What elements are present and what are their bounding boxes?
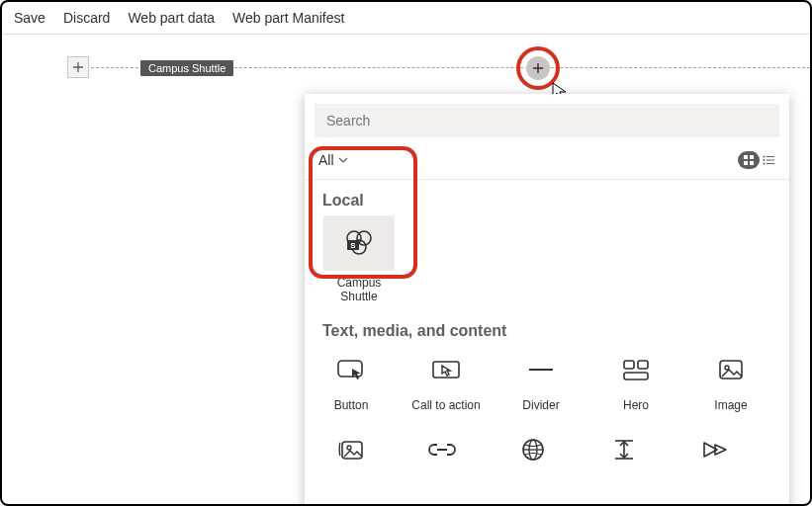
spacer-icon [611,437,637,463]
webpart-tile-spacer[interactable] [587,426,661,473]
webpart-picker-panel: All Local [305,94,789,506]
image-gallery-icon [336,437,366,463]
section-header-text-media: Text, media, and content [305,310,789,344]
plus-icon [532,62,544,74]
link-icon [427,440,457,460]
webpart-tile-embed[interactable] [496,426,570,473]
search-input[interactable] [324,112,769,129]
plus-icon [72,61,84,73]
view-toggle [738,151,777,169]
webpart-data-button[interactable]: Web part data [128,10,215,26]
image-icon [717,358,745,381]
svg-point-4 [764,156,766,158]
list-view-button[interactable] [760,151,777,169]
category-filter[interactable]: All [318,152,348,168]
globe-icon [520,437,546,463]
save-button[interactable]: Save [14,10,45,26]
list-icon [763,155,774,165]
svg-rect-19 [638,361,648,369]
svg-rect-9 [767,163,774,164]
tile-label: Divider [522,399,559,413]
discard-button[interactable]: Discard [63,10,110,26]
svg-rect-18 [624,361,634,369]
webpart-tile-stream[interactable] [678,426,752,473]
svg-rect-3 [750,161,754,165]
webpart-tile-image[interactable]: Image [694,346,767,413]
search-container [315,104,779,137]
svg-point-24 [347,446,351,450]
add-webpart-button[interactable] [526,56,550,80]
cta-icon [431,358,461,381]
filter-label: All [318,152,334,168]
grid-view-button[interactable] [738,151,760,169]
webpart-tile-button[interactable]: Button [315,346,388,413]
tile-label: Button [334,399,369,413]
section-header-local: Local [313,180,781,213]
webpart-tile-campus-shuttle[interactable]: S CampusShuttle [322,215,396,304]
svg-point-8 [764,163,766,165]
add-section-button[interactable] [67,56,89,78]
filter-row: All [305,147,789,180]
svg-rect-7 [767,160,774,161]
webpart-row-2 [305,412,789,473]
tile-label: Image [714,399,747,413]
webpart-tile-call-to-action[interactable]: Call to action [409,346,483,413]
svg-text:S: S [350,241,356,250]
svg-rect-16 [433,362,459,378]
svg-rect-5 [767,156,774,157]
top-toolbar: Save Discard Web part data Web part Mani… [2,2,810,35]
webpart-tile-divider[interactable]: Divider [504,346,578,413]
zone-tooltip: Campus Shuttle [140,60,233,76]
svg-rect-2 [744,161,748,165]
tile-label: Call to action [411,399,480,413]
grid-icon [744,155,754,165]
divider-icon [527,358,555,381]
tile-label: Hero [623,399,649,413]
svg-rect-1 [750,155,754,159]
webpart-tile-link[interactable] [406,426,479,473]
tile-label: CampusShuttle [337,277,382,304]
button-icon [336,358,366,381]
editor-canvas: Campus Shuttle All [2,35,810,501]
svg-rect-0 [744,155,748,159]
highlight-circle [516,46,560,90]
chevron-down-icon [338,155,348,165]
sharepoint-icon: S [342,228,376,258]
hero-icon [622,358,650,381]
svg-rect-15 [338,361,362,377]
webpart-tile-hero[interactable]: Hero [599,346,673,413]
stream-icon [701,439,729,461]
svg-point-22 [725,366,729,370]
local-section: Local S CampusShuttle [313,180,781,310]
svg-point-6 [764,159,766,161]
webpart-manifest-button[interactable]: Web part Manifest [232,10,344,26]
webpart-row: Button Call to action Divider Hero [305,344,789,413]
svg-rect-20 [624,373,648,380]
webpart-tile-image-gallery[interactable] [315,426,388,473]
